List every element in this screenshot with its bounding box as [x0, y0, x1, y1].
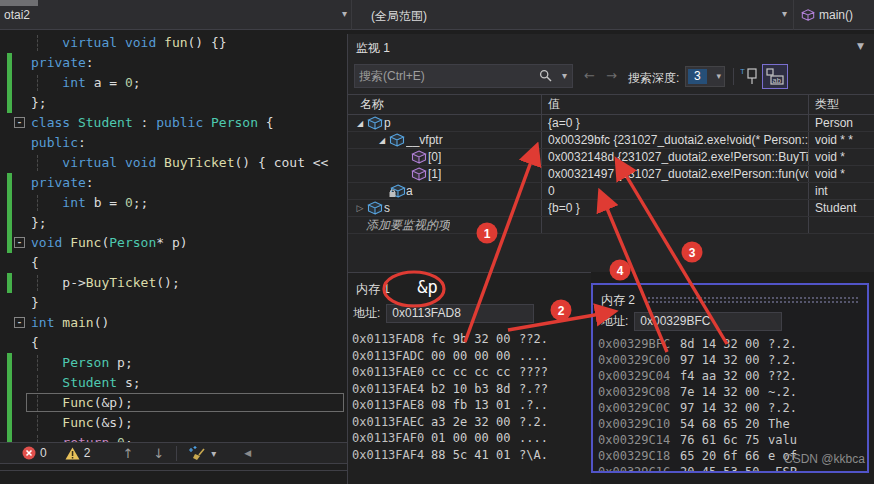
watch-name: __vfptr — [406, 133, 443, 147]
chevron-down-icon[interactable]: ▾ — [716, 71, 721, 81]
memory-row: 0x0113FAF001 00 00 00.... — [352, 430, 591, 447]
code-line[interactable]: Person p; — [0, 353, 347, 373]
column-header-name[interactable]: 名称 — [348, 95, 542, 114]
watch-row[interactable]: ◢__vfptr0x00329bfc {231027_duotai2.exe!v… — [348, 132, 874, 149]
memory-address: 0x00329C10 — [598, 416, 680, 432]
watch-row[interactable]: a0int — [348, 183, 874, 200]
memory-address: 0x00329C0C — [598, 400, 680, 416]
memory1-title: 内存 1 — [356, 282, 390, 296]
code-line[interactable]: class Student : public Person { — [0, 113, 347, 133]
indent-guide — [37, 195, 38, 211]
expander-closed-icon[interactable]: ▷ — [354, 203, 366, 213]
code-line[interactable]: virtual void fun() {} — [0, 33, 347, 53]
column-header-value[interactable]: 值 — [542, 95, 809, 114]
window-menu-caret-icon[interactable]: ▼ — [857, 41, 864, 51]
code-text: }; — [31, 215, 47, 230]
code-line[interactable]: }; — [0, 213, 347, 233]
memory1-title-bar[interactable]: 内存 1 &p — [348, 273, 591, 301]
memory-address: 0x00329BFC — [598, 336, 680, 352]
watch-type-cell: void * * — [809, 132, 874, 148]
next-issue-button[interactable]: ↓ — [153, 446, 164, 461]
expander-open-icon[interactable]: ◢ — [376, 136, 388, 145]
code-line[interactable]: } — [0, 293, 347, 313]
chevron-down-icon[interactable]: ▾ — [782, 8, 787, 19]
search-input[interactable] — [359, 66, 527, 86]
scope-dropdown[interactable]: (全局范围) ▾ — [353, 0, 794, 30]
code-cleanup-button[interactable]: ▾ — [189, 446, 216, 461]
code-text: public: — [31, 135, 86, 150]
search-depth-select[interactable]: 3 ▾ — [685, 66, 725, 87]
code-line[interactable]: p->BuyTicket(); — [0, 273, 347, 293]
column-header-type[interactable]: 类型 — [809, 95, 874, 114]
watch-search-box[interactable]: ▾ — [354, 64, 573, 88]
expander-open-icon[interactable]: ◢ — [354, 119, 366, 128]
member-dropdown[interactable]: main() — [795, 0, 874, 30]
project-dropdown[interactable]: otai2 ▾ — [0, 0, 352, 30]
watch-row[interactable]: ◢p{a=0 }Person — [348, 115, 874, 132]
text-visualizer-button[interactable]: ab — [762, 64, 788, 89]
collapse-panel-icon[interactable]: ◀ — [244, 448, 251, 458]
memory2-address-input[interactable] — [634, 312, 782, 331]
watch-value-cell: 0x0032148d {231027_duotai2.exe!Person::B… — [542, 149, 809, 165]
fold-marker-icon[interactable] — [14, 237, 25, 248]
memory-hex-bytes: f4 aa 32 00 — [680, 368, 768, 384]
pin-button[interactable]: T — [740, 66, 760, 86]
code-line[interactable]: virtual void BuyTicket() { cout << — [0, 153, 347, 173]
code-text: private: — [31, 175, 94, 190]
search-options-caret-icon[interactable]: ▾ — [562, 70, 567, 81]
memory2-title-bar[interactable]: 内存 2 — [593, 285, 867, 309]
watch-type-cell: Student — [809, 200, 874, 216]
previous-issue-button[interactable]: ↑ — [122, 446, 133, 461]
chevron-down-icon[interactable]: ▾ — [211, 448, 216, 459]
back-arrow-icon[interactable]: ← — [584, 68, 595, 83]
code-line[interactable]: Student s; — [0, 373, 347, 393]
code-text: Func(&p); — [31, 395, 133, 410]
watch-add-row[interactable]: 添加要监视的项 — [348, 217, 874, 234]
code-line[interactable]: int a = 0; — [0, 73, 347, 93]
memory-address: 0x0113FAE4 — [352, 381, 431, 398]
memory-address: 0x00329C1C — [598, 464, 680, 473]
change-bar — [7, 173, 12, 193]
code-line[interactable]: return 0; — [0, 433, 347, 442]
code-editor[interactable]: virtual void fun() {}private: int a = 0;… — [0, 31, 347, 442]
watch-row[interactable]: [0]0x0032148d {231027_duotai2.exe!Person… — [348, 149, 874, 166]
code-line[interactable]: Func(&s); — [0, 413, 347, 433]
code-line[interactable]: private: — [0, 173, 347, 193]
code-line-current[interactable]: Func(&p); — [0, 393, 347, 413]
memory-address: 0x00329C04 — [598, 368, 680, 384]
memory-hex-bytes: 08 fb 13 01 — [431, 397, 519, 414]
memory-ascii: ?.2. — [768, 337, 797, 351]
memory1-address-input[interactable] — [386, 304, 534, 323]
watch-title-bar[interactable]: 监视 1 ▼ — [348, 34, 874, 60]
code-line[interactable]: { — [0, 253, 347, 273]
watch-row[interactable]: [1]0x00321497 {231027_duotai2.exe!Person… — [348, 166, 874, 183]
memory-hex-bytes: 88 5c 41 01 — [431, 447, 519, 464]
watch-row[interactable]: ▷s{b=0 }Student — [348, 200, 874, 217]
search-icon[interactable] — [539, 69, 552, 82]
watch-rows: ◢p{a=0 }Person◢__vfptr0x00329bfc {231027… — [348, 115, 874, 234]
code-line[interactable]: public: — [0, 133, 347, 153]
drag-handle[interactable] — [647, 296, 859, 305]
chevron-down-icon[interactable]: ▾ — [342, 8, 347, 19]
code-line[interactable]: }; — [0, 93, 347, 113]
forward-arrow-icon[interactable]: → — [606, 68, 617, 83]
code-text: } — [31, 295, 39, 310]
memory-ascii: .... — [519, 349, 548, 363]
code-text: virtual void BuyTicket() { cout << — [31, 155, 328, 170]
fold-marker-icon[interactable] — [14, 317, 25, 328]
change-bar — [7, 273, 12, 293]
errors-button[interactable]: 0 — [22, 446, 47, 460]
code-line[interactable]: { — [0, 333, 347, 353]
code-text: virtual void fun() {} — [31, 35, 227, 50]
watch-name: [1] — [428, 167, 441, 181]
memory-row: 0x00329C1054 68 65 20The — [598, 416, 867, 432]
code-line[interactable]: void Func(Person* p) — [0, 233, 347, 253]
method-icon — [410, 150, 428, 164]
memory-row: 0x0113FAF488 5c 41 01?\A. — [352, 447, 591, 464]
memory-hex-bytes: 7e 14 32 00 — [680, 384, 768, 400]
fold-marker-icon[interactable] — [14, 117, 25, 128]
code-line[interactable]: int b = 0;; — [0, 193, 347, 213]
warnings-button[interactable]: 2 — [65, 446, 91, 460]
code-line[interactable]: int main() — [0, 313, 347, 333]
code-line[interactable]: private: — [0, 53, 347, 73]
